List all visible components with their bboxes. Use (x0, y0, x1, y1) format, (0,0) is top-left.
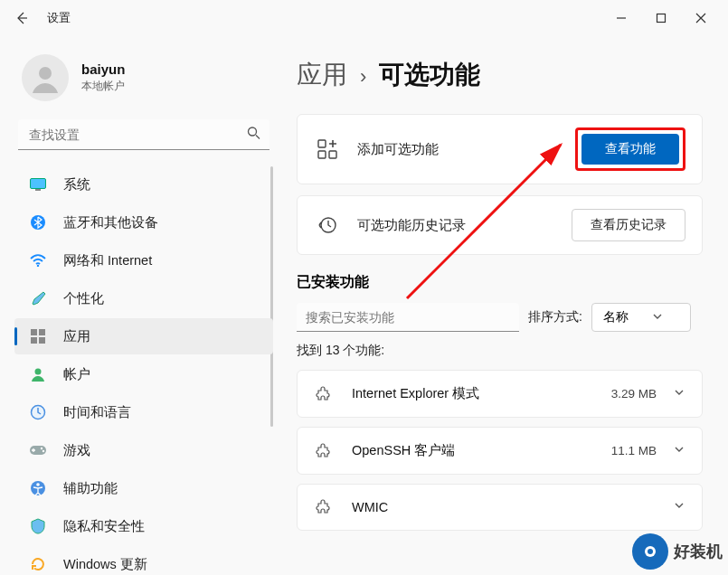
close-button[interactable] (681, 4, 721, 33)
sidebar-item-label: 网络和 Internet (63, 252, 152, 269)
sidebar-item-gaming[interactable]: 游戏 (14, 432, 273, 468)
history-icon (314, 215, 341, 235)
nav: 系统 蓝牙和其他设备 网络和 Internet 个性化 应用 帐户 (14, 166, 273, 575)
svg-point-17 (36, 483, 40, 486)
apps-icon (27, 329, 49, 344)
brush-icon (27, 290, 49, 306)
sidebar-item-time-language[interactable]: 时间和语言 (14, 394, 273, 430)
feature-item[interactable]: Internet Explorer 模式 3.29 MB (297, 370, 703, 418)
user-icon (28, 61, 62, 95)
chevron-down-icon (652, 310, 663, 325)
svg-point-25 (648, 549, 653, 554)
profile-subtitle: 本地帐户 (81, 79, 125, 94)
chevron-down-icon (673, 443, 685, 459)
svg-rect-18 (318, 140, 326, 147)
sidebar-item-label: 个性化 (63, 290, 104, 307)
clock-globe-icon (27, 404, 49, 420)
main-content: 应用 › 可选功能 添加可选功能 查看功能 可选功能历史记录 查看历史记录 (280, 36, 728, 575)
feature-name: OpenSSH 客户端 (352, 442, 455, 459)
page-title: 可选功能 (379, 58, 480, 92)
minimize-button[interactable] (601, 4, 641, 33)
update-icon (27, 556, 49, 572)
annotation-highlight: 查看功能 (575, 127, 685, 171)
search-installed-input[interactable] (297, 303, 519, 332)
sidebar-item-accounts[interactable]: 帐户 (14, 356, 273, 392)
result-count: 找到 13 个功能: (297, 343, 703, 359)
svg-rect-19 (318, 151, 326, 158)
add-feature-label: 添加可选功能 (357, 141, 439, 158)
sidebar-item-bluetooth[interactable]: 蓝牙和其他设备 (14, 204, 273, 240)
watermark: 好装机 (632, 533, 723, 570)
svg-rect-8 (39, 329, 45, 335)
svg-point-2 (249, 127, 257, 136)
app-title: 设置 (47, 10, 71, 26)
profile-name: baiyun (81, 61, 125, 77)
breadcrumb-parent[interactable]: 应用 (297, 58, 347, 92)
svg-rect-4 (35, 189, 41, 191)
search-settings[interactable] (18, 119, 269, 150)
puzzle-icon (314, 499, 334, 515)
bluetooth-icon (27, 214, 49, 231)
sidebar-item-label: 游戏 (63, 442, 90, 459)
sidebar-item-privacy[interactable]: 隐私和安全性 (14, 508, 273, 544)
sort-dropdown[interactable]: 名称 (591, 303, 691, 332)
view-features-button[interactable]: 查看功能 (581, 134, 679, 165)
sidebar-item-personalization[interactable]: 个性化 (14, 280, 273, 316)
installed-section-title: 已安装功能 (297, 273, 703, 292)
chevron-down-icon (673, 386, 685, 402)
sidebar-item-label: 帐户 (63, 366, 90, 383)
sidebar-item-label: Windows 更新 (63, 556, 147, 573)
svg-point-6 (37, 265, 39, 267)
maximize-button[interactable] (641, 4, 681, 33)
minimize-icon (616, 13, 627, 24)
svg-rect-0 (657, 14, 666, 23)
arrow-left-icon (14, 11, 29, 25)
puzzle-icon (314, 443, 334, 459)
sidebar-item-label: 应用 (63, 328, 90, 345)
svg-point-14 (41, 448, 43, 449)
sidebar-item-network[interactable]: 网络和 Internet (14, 242, 273, 278)
chevron-right-icon: › (360, 65, 366, 89)
sidebar: baiyun 本地帐户 系统 蓝牙和其他设备 网络和 Internet (0, 36, 280, 575)
sidebar-item-label: 辅助功能 (63, 480, 118, 497)
sidebar-item-system[interactable]: 系统 (14, 166, 273, 203)
feature-name: WMIC (352, 500, 388, 514)
chevron-down-icon (673, 499, 685, 515)
sidebar-item-label: 隐私和安全性 (63, 518, 145, 535)
watermark-text: 好装机 (674, 541, 723, 562)
search-installed[interactable] (297, 303, 519, 332)
feature-name: Internet Explorer 模式 (352, 385, 479, 402)
feature-item[interactable]: OpenSSH 客户端 11.1 MB (297, 427, 703, 475)
history-label: 可选功能历史记录 (357, 217, 466, 234)
svg-rect-20 (329, 151, 336, 158)
svg-point-15 (43, 450, 44, 452)
sort-label: 排序方式: (528, 309, 582, 325)
view-history-button[interactable]: 查看历史记录 (572, 209, 685, 241)
feature-item[interactable]: WMIC (297, 484, 703, 531)
close-icon (695, 13, 706, 24)
watermark-logo-icon (632, 533, 668, 570)
breadcrumb: 应用 › 可选功能 (297, 58, 703, 92)
maximize-icon (656, 13, 667, 24)
back-button[interactable] (7, 4, 36, 33)
svg-rect-7 (31, 329, 37, 335)
search-icon (247, 127, 260, 144)
svg-rect-3 (31, 179, 46, 189)
svg-point-11 (35, 369, 42, 375)
svg-point-1 (39, 67, 52, 80)
avatar (22, 54, 69, 101)
profile-block[interactable]: baiyun 本地帐户 (14, 43, 273, 119)
sidebar-item-label: 系统 (63, 176, 90, 193)
system-icon (27, 178, 49, 191)
sidebar-item-label: 蓝牙和其他设备 (63, 214, 158, 231)
accessibility-icon (27, 480, 49, 496)
puzzle-icon (314, 386, 334, 402)
sort-value: 名称 (603, 309, 629, 325)
sidebar-item-update[interactable]: Windows 更新 (14, 546, 273, 575)
add-app-icon (314, 139, 341, 159)
sidebar-item-accessibility[interactable]: 辅助功能 (14, 470, 273, 506)
add-feature-card: 添加可选功能 查看功能 (297, 114, 703, 184)
search-input[interactable] (18, 119, 269, 150)
sidebar-item-apps[interactable]: 应用 (14, 318, 273, 354)
wifi-icon (27, 254, 49, 267)
